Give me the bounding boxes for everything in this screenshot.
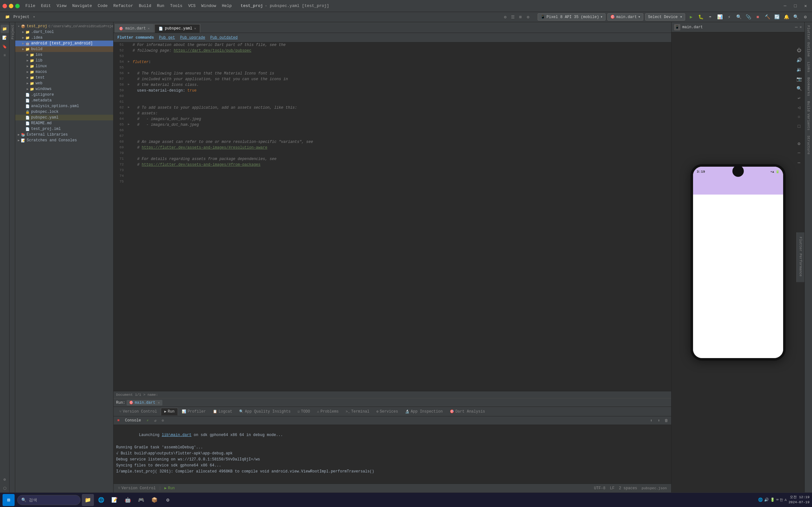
code-editor[interactable]: 51 # For information about the generic D… [113,43,671,391]
menu-code[interactable]: Code [95,3,110,9]
tree-item-pubspec-lock[interactable]: 🔒 pubspec.lock [15,109,113,115]
tab-version-control[interactable]: ⑂ Version Control [116,408,160,415]
recents-icon[interactable]: □ [795,122,803,130]
taskbar-explorer[interactable]: 📁 [82,494,94,506]
debug-button[interactable]: 🐛 [697,13,705,21]
pub-get-button[interactable]: Pub get [159,36,175,40]
tab-dart-analysis[interactable]: 🎯 Dart Analysis [447,408,489,415]
stop-console-button[interactable]: ■ [115,417,122,424]
taskbar-notepad[interactable]: 📝 [108,494,120,506]
structure-right-label[interactable]: Structure [806,134,811,156]
power-icon[interactable]: ⏻ [795,46,803,55]
tree-item-ios[interactable]: ▶ 📁 ios [15,52,113,58]
menu-view[interactable]: View [54,3,69,9]
tree-item-pubspec-yaml[interactable]: 📄 pubspec.yaml [15,115,113,120]
status-git[interactable]: ⑂ Version Control [116,486,158,491]
device-dots-icon[interactable]: ⋯ [795,24,798,30]
outline-icon[interactable]: ⬡ [1,484,9,493]
home-icon[interactable]: ○ [795,113,803,121]
restart-console-icon[interactable]: ↺ [152,417,159,424]
settings-icon[interactable]: ⚙ [801,13,809,21]
device-close-icon[interactable]: ✕ [800,25,802,30]
status-indent[interactable]: 2 spaces [617,486,639,491]
back-icon[interactable]: ◁ [795,103,803,112]
project-filter-icon[interactable]: ⊞ [517,14,524,20]
volume-tray-icon[interactable]: 🔊 [764,498,769,502]
build-variants-icon[interactable]: ⚙ [1,475,9,484]
flutter-performance-handle[interactable]: Flutter Performance [797,232,804,282]
project-vertical-label[interactable]: Project [9,22,15,42]
maximize-icon[interactable]: □ [792,3,799,9]
tree-item-lib[interactable]: ▶ 📁 lib [15,58,113,63]
attach-button[interactable]: 📎 [744,13,752,21]
menu-run[interactable]: Run [154,3,167,9]
tab-pubspec-yaml[interactable]: 📄 pubspec.yaml ✕ [154,24,200,33]
run-close-icon[interactable]: ✕ [158,401,160,405]
menu-navigate[interactable]: Navigate [70,3,95,9]
sync-button[interactable]: 🔄 [773,13,781,21]
tree-item-gitignore[interactable]: 📄 .gitignore [15,92,113,98]
tab-terminal[interactable]: >_ Terminal [343,408,373,415]
zoom-in-icon[interactable]: 🔍 [795,84,803,93]
tree-item-readme[interactable]: 📄 README.md [15,120,113,126]
tree-item-external-libs[interactable]: ▶ 📚 External Libraries [15,132,113,137]
project-gear-icon[interactable]: ⚙ [525,14,531,20]
tab-todo[interactable]: ☑ TODO [294,408,313,415]
tree-item-root[interactable]: ▾ 📦 test_proj C:\Users\Why_co\AndroidStu… [15,23,113,29]
tab-app-inspection[interactable]: 🔬 App Inspection [402,408,446,415]
search-everywhere-icon[interactable]: 🔍 [792,13,800,21]
taskbar-chrome[interactable]: 🌐 [95,494,107,506]
panel-collapse-icon[interactable]: ─ [795,149,803,157]
volume-up-icon[interactable]: 🔊 [795,56,803,64]
build-variants-right-label[interactable]: Build Variants [806,99,811,132]
console-tab[interactable]: Console [122,417,143,424]
tree-item-test[interactable]: ▶ 📁 test [15,75,113,80]
scroll-top-icon[interactable]: ⬆ [648,417,655,424]
menu-help[interactable]: Help [219,3,234,9]
build-button[interactable]: 🔨 [763,13,771,21]
profile-button[interactable]: 📊 [716,13,724,21]
tree-item-windows[interactable]: ▶ 📁 windows [15,86,113,92]
panel-dots-icon[interactable]: ⋯ [795,158,803,167]
tab-run[interactable]: ▶ Run [161,408,178,415]
hotreload-console-icon[interactable]: ⚡ [144,417,151,424]
taskbar-search[interactable]: 🔍 검색 [17,495,81,505]
tab-close-main-dart[interactable]: ✕ [148,26,150,31]
run-with-coverage[interactable]: ☂ [706,13,714,21]
run-button[interactable]: ▶ [687,13,695,21]
menu-refactor[interactable]: Refactor [111,3,136,9]
status-file-type[interactable]: pubspec.json [640,487,669,490]
pub-outdated-button[interactable]: Pub outdated [210,36,238,40]
menu-window[interactable]: Window [199,3,219,9]
menu-file[interactable]: File [23,3,38,9]
clear-console-icon[interactable]: 🗑 [663,417,670,424]
tab-main-dart[interactable]: 🎯 main.dart ✕ [115,24,154,33]
project-settings-icon[interactable]: ⚙ [502,14,508,20]
tab-profiler[interactable]: 📊 Profiler [179,408,209,415]
menu-build[interactable]: Build [136,3,154,9]
start-button[interactable]: ⊞ [3,494,14,506]
tree-item-iml[interactable]: 📄 test_proj.iml [15,126,113,132]
menu-edit[interactable]: Edit [38,3,53,9]
tree-item-macos[interactable]: ▶ 📁 macos [15,69,113,75]
commit-icon[interactable]: 📝 [1,34,9,42]
minimize-icon[interactable]: ─ [781,3,789,9]
notifications-button[interactable]: 🔔 [782,13,791,21]
keyboard-tray-icon[interactable]: ⌨ [776,498,778,502]
links-label[interactable]: Links [806,60,811,74]
select-device-button[interactable]: Select Device ▾ [645,13,685,20]
pixel-device-selector[interactable]: 📱 Pixel 8 API 35 (mobile) ▾ [538,13,606,20]
maximize-button[interactable] [15,4,20,8]
rotate-icon[interactable]: ↩ [795,94,803,102]
status-run[interactable]: ▶ Run [162,486,177,491]
active-file-selector[interactable]: 🎯 main.dart ▾ [607,13,643,20]
hotreload-button[interactable]: ⚡ [725,13,733,21]
stop-button[interactable]: ■ [754,13,762,21]
battery-tray-icon[interactable]: 🔋 [770,498,775,502]
volume-down-icon[interactable]: 🔉 [795,65,803,73]
tree-item-web[interactable]: ▶ 📁 web [15,80,113,86]
project-layout-icon[interactable]: ☰ [510,14,516,20]
close-button[interactable] [3,4,7,8]
taskbar-settings[interactable]: ⚙ [162,494,174,506]
tree-item-metadata[interactable]: 📄 .metadata [15,98,113,103]
